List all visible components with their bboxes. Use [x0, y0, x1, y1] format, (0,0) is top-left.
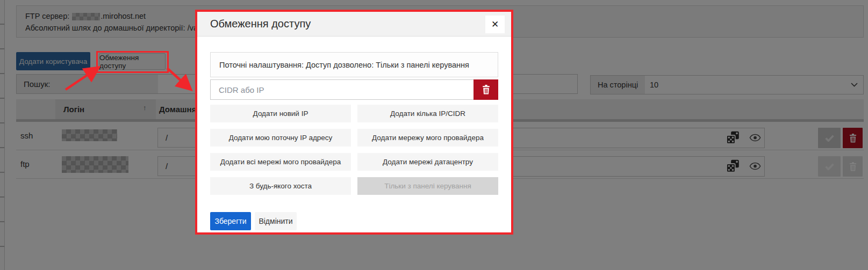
add-all-provider-networks-button[interactable]: Додати всі мережі мого провайдера [210, 153, 351, 171]
modal-body: Поточні налаштування: Доступ дозволено: … [197, 52, 511, 230]
save-button[interactable]: Зберегти [210, 212, 251, 230]
annotation-highlight-box [96, 51, 169, 73]
add-datacenter-networks-button[interactable]: Додати мережі датацентру [357, 153, 498, 171]
add-provider-network-button[interactable]: Додати мережу мого провайдера [357, 129, 498, 147]
add-my-current-ip-button[interactable]: Додати мою поточну IP адресу [210, 129, 351, 147]
delete-ip-button[interactable] [474, 79, 498, 100]
modal-footer: Зберегти Відмінити [210, 212, 498, 230]
trash-icon [482, 85, 490, 94]
add-multiple-ip-cidr-button[interactable]: Додати кілька IP/CIDR [357, 105, 498, 122]
cidr-input-row [210, 79, 498, 100]
cidr-ip-input[interactable] [210, 79, 474, 100]
close-icon[interactable]: ✕ [485, 16, 505, 33]
modal-header: Обмеження доступу ✕ [197, 12, 511, 37]
access-restrictions-modal: Обмеження доступу ✕ Поточні налаштування… [195, 10, 513, 235]
only-control-panel-button: Тільки з панелі керування [357, 177, 498, 195]
ftp-users-page: FTP сервер: .mirohost.net Абсолютний шля… [0, 0, 868, 270]
current-settings-note: Поточні налаштування: Доступ дозволено: … [210, 52, 498, 77]
add-new-ip-button[interactable]: Додати новий IP [210, 105, 351, 122]
any-host-button[interactable]: З будь-якого хоста [210, 177, 351, 195]
ip-action-grid: Додати новий IP Додати кілька IP/CIDR До… [210, 105, 498, 195]
cancel-button[interactable]: Відмінити [255, 212, 297, 230]
modal-title: Обмеження доступу [210, 18, 311, 30]
